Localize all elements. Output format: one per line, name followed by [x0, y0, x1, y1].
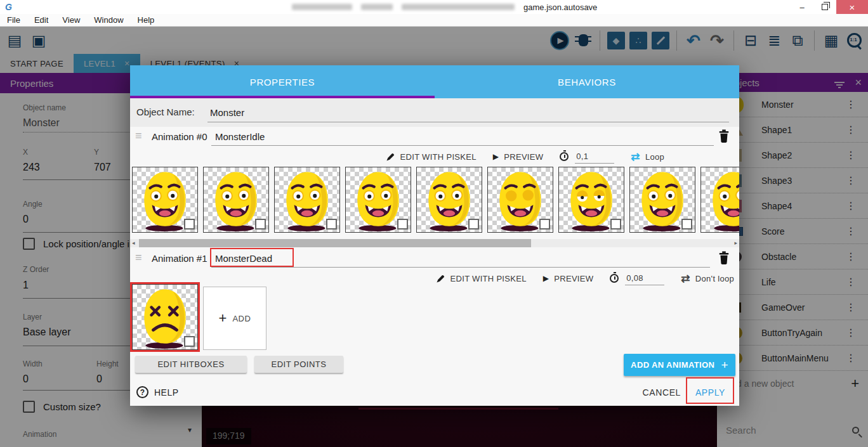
animation-0-title: Animation #0 — [152, 131, 207, 142]
restore-button[interactable] — [813, 0, 836, 14]
preview-label: PREVIEW — [504, 152, 543, 162]
animation-0-header: ≡ Animation #0 MonsterIdle — [130, 127, 739, 148]
frames-scrollbar[interactable]: ◂ ▸ — [130, 239, 739, 247]
application-window: G game.json.autosave – × File Edit View … — [0, 0, 868, 447]
animation-frame-open[interactable] — [700, 167, 739, 233]
plus-icon: + — [721, 358, 728, 372]
edit-points-button[interactable]: EDIT POINTS — [254, 356, 343, 373]
animation-frame-open[interactable] — [629, 167, 695, 233]
preview-button[interactable]: ▶ PREVIEW — [493, 152, 544, 162]
scrollbar-thumb[interactable] — [139, 239, 531, 247]
drag-handle-icon[interactable]: ≡ — [135, 129, 142, 143]
menu-view[interactable]: View — [55, 15, 87, 25]
apply-button[interactable]: APPLY — [695, 387, 725, 398]
edit-with-piskel-button[interactable]: EDIT WITH PISKEL — [436, 274, 527, 283]
animation-frame-closed[interactable] — [487, 167, 553, 233]
animation-1-name-input[interactable]: MonsterDead — [211, 250, 710, 268]
play-icon: ▶ — [543, 274, 549, 283]
dialog-tab-label: PROPERTIES — [250, 77, 315, 87]
add-animation-label: ADD AN ANIMATION — [631, 360, 714, 370]
frame-select-checkbox[interactable] — [468, 219, 479, 230]
time-value[interactable]: 0,1 — [575, 150, 614, 164]
window-title: game.json.autosave — [292, 0, 597, 14]
redacted-title-segment — [402, 4, 515, 10]
frame-select-checkbox[interactable] — [539, 219, 550, 230]
dialog-tab-behaviors[interactable]: BEHAVIORS — [435, 65, 739, 98]
pencil-icon — [436, 274, 445, 283]
close-button[interactable]: × — [836, 0, 868, 14]
animation-1-header: ≡ Animation #1 MonsterDead — [130, 249, 739, 269]
play-icon: ▶ — [493, 152, 499, 161]
animation-frame-open[interactable] — [274, 167, 340, 233]
frame-select-checkbox[interactable] — [326, 219, 337, 230]
loop-label: Loop — [645, 152, 664, 162]
plus-icon: + — [219, 311, 227, 325]
animation-1-frames: + ADD — [132, 284, 266, 355]
add-frame-label: ADD — [232, 314, 251, 323]
gdevelop-logo-icon: G — [5, 3, 12, 11]
add-animation-button[interactable]: ADD AN ANIMATION + — [624, 354, 735, 376]
menu-edit[interactable]: Edit — [27, 15, 55, 25]
stopwatch-icon — [610, 274, 619, 283]
time-between-frames-field[interactable]: 0,1 — [560, 150, 614, 164]
loop-icon: ⇄ — [631, 150, 640, 164]
help-button[interactable]: ? HELP — [136, 386, 179, 398]
object-name-row: Object Name: Monster — [130, 98, 739, 127]
object-name-label: Object Name: — [136, 107, 195, 117]
frame-select-checkbox[interactable] — [681, 219, 692, 230]
restore-icon — [822, 4, 828, 10]
dialog-tabbar: PROPERTIES BEHAVIORS — [130, 65, 739, 98]
cancel-button[interactable]: CANCEL — [643, 387, 681, 398]
edit-piskel-label: EDIT WITH PISKEL — [400, 152, 477, 162]
animation-0-name-input[interactable]: MonsterIdle — [211, 128, 714, 146]
loop-label: Don't loop — [695, 274, 734, 283]
animation-0-controls: EDIT WITH PISKEL ▶ PREVIEW 0,1 ⇄ Loop — [130, 148, 739, 165]
pencil-icon — [386, 152, 395, 162]
help-label: HELP — [154, 387, 179, 398]
delete-animation-icon[interactable] — [718, 129, 730, 144]
menu-file[interactable]: File — [0, 15, 27, 25]
loop-toggle[interactable]: ⇄ Loop — [631, 150, 664, 164]
object-name-input[interactable]: Monster — [207, 103, 729, 122]
dialog-tab-label: BEHAVIORS — [558, 77, 616, 87]
animation-frame-open[interactable] — [345, 167, 411, 233]
stopwatch-icon — [560, 152, 569, 161]
menu-help[interactable]: Help — [131, 15, 162, 25]
animation-frame-squint[interactable] — [558, 167, 624, 233]
dialog-footer: ? HELP CANCEL APPLY — [130, 379, 739, 406]
menubar: File Edit View Window Help — [0, 14, 868, 27]
scroll-left-icon[interactable]: ◂ — [132, 240, 135, 246]
frame-select-checkbox[interactable] — [397, 219, 408, 230]
frame-select-checkbox[interactable] — [610, 219, 621, 230]
delete-animation-icon[interactable] — [718, 250, 730, 266]
animation-0-frames — [132, 167, 739, 238]
window-controls: – × — [791, 0, 868, 14]
loop-toggle[interactable]: ⇄ Don't loop — [681, 272, 734, 285]
scroll-right-icon[interactable]: ▸ — [734, 240, 737, 246]
add-frame-button[interactable]: + ADD — [203, 287, 266, 350]
edit-with-piskel-button[interactable]: EDIT WITH PISKEL — [386, 152, 477, 162]
dialog-tab-properties[interactable]: PROPERTIES — [130, 65, 435, 98]
object-editor-dialog: PROPERTIES BEHAVIORS Object Name: Monste… — [130, 65, 739, 406]
titlebar: G game.json.autosave – × — [0, 0, 868, 14]
frame-select-checkbox[interactable] — [184, 336, 195, 347]
preview-button[interactable]: ▶ PREVIEW — [543, 274, 594, 283]
minimize-button[interactable]: – — [791, 0, 813, 14]
question-mark-icon: ? — [136, 386, 148, 398]
time-value[interactable]: 0,08 — [625, 272, 664, 285]
frame-select-checkbox[interactable] — [255, 219, 266, 230]
edit-piskel-label: EDIT WITH PISKEL — [450, 274, 527, 283]
animation-frame-dead[interactable] — [132, 284, 198, 350]
frame-select-checkbox[interactable] — [184, 219, 195, 230]
time-between-frames-field[interactable]: 0,08 — [610, 272, 664, 285]
edit-hitboxes-button[interactable]: EDIT HITBOXES — [135, 356, 247, 373]
animation-frame-open[interactable] — [132, 167, 198, 233]
animation-frame-open[interactable] — [203, 167, 269, 233]
redacted-title-segment — [292, 4, 352, 10]
redacted-title-segment — [361, 4, 393, 10]
animation-frame-open[interactable] — [416, 167, 482, 233]
menu-window[interactable]: Window — [87, 15, 130, 25]
window-title-text: game.json.autosave — [523, 3, 597, 12]
monster-sprite — [701, 167, 739, 232]
drag-handle-icon[interactable]: ≡ — [135, 251, 142, 264]
